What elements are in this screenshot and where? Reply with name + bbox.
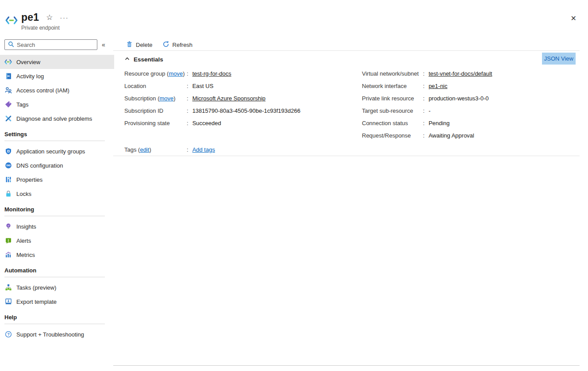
delete-button[interactable]: Delete — [126, 39, 153, 50]
sidebar-item-label: Alerts — [16, 237, 31, 244]
resource-type-subtitle: Private endpoint — [21, 25, 69, 31]
sidebar-item-metrics[interactable]: Metrics — [0, 248, 114, 262]
lock-icon — [4, 190, 12, 197]
metrics-icon — [4, 251, 12, 258]
favorite-star-icon[interactable]: ☆ — [46, 14, 53, 21]
sidebar-section-monitoring: Monitoring — [0, 206, 114, 213]
close-icon[interactable]: ✕ — [571, 14, 576, 23]
essentials-row-tags: Tags (edit) : Add tags — [113, 143, 588, 156]
move-subscription-link[interactable]: move — [159, 95, 173, 102]
subscription-id-value: 13815790-80a3-4505-90be-1c93f193d266 — [192, 107, 300, 114]
sidebar-item-activity-log[interactable]: Activity log — [0, 69, 114, 83]
resource-group-link[interactable]: test-rg-for-docs — [192, 70, 231, 77]
sidebar: « Overview — [0, 39, 114, 371]
essentials-row-subscription-id: Subscription ID : 13815790-80a3-4505-90b… — [124, 104, 362, 117]
sidebar-item-access-control[interactable]: Access control (IAM) — [0, 83, 114, 97]
essentials-row-subscription: Subscription (move) : Microsoft Azure Sp… — [124, 92, 362, 104]
essentials-row-network-interface: Network interface : pe1-nic — [362, 80, 492, 92]
refresh-label: Refresh — [173, 42, 193, 48]
sidebar-item-label: Activity log — [16, 73, 44, 80]
sidebar-item-label: Tasks (preview) — [16, 284, 56, 291]
private-endpoint-logo — [5, 16, 18, 26]
edit-tags-link[interactable]: edit — [140, 146, 149, 153]
move-resource-group-link[interactable]: move — [169, 70, 183, 77]
private-endpoint-icon — [4, 59, 12, 65]
add-tags-link[interactable]: Add tags — [192, 146, 215, 153]
collapse-sidebar-icon[interactable]: « — [102, 41, 105, 48]
location-value: East US — [192, 83, 214, 89]
essentials-row-resource-group: Resource group (move) : test-rg-for-docs — [124, 67, 362, 80]
svg-text:?: ? — [7, 332, 9, 337]
refresh-icon — [162, 41, 169, 49]
essentials-row-private-link-resource: Private link resource : production-westu… — [362, 92, 492, 104]
sidebar-item-overview[interactable]: Overview — [0, 55, 114, 69]
search-icon — [8, 41, 14, 49]
sidebar-item-label: Locks — [16, 191, 31, 197]
sidebar-item-label: Metrics — [16, 252, 35, 258]
search-box[interactable] — [4, 39, 97, 50]
sidebar-item-dns-configuration[interactable]: DNS DNS configuration — [0, 158, 114, 172]
essentials-grid: Resource group (move) : test-rg-for-docs… — [113, 67, 588, 142]
sidebar-item-insights[interactable]: Insights — [0, 219, 114, 233]
sidebar-item-export-template[interactable]: Export template — [0, 295, 114, 309]
sidebar-item-label: Insights — [16, 223, 36, 230]
sidebar-item-properties[interactable]: Properties — [0, 172, 114, 187]
trash-icon — [126, 41, 133, 49]
svg-text:!: ! — [8, 238, 9, 243]
sidebar-section-help: Help — [0, 314, 114, 321]
search-input[interactable] — [17, 42, 94, 48]
refresh-button[interactable]: Refresh — [162, 39, 193, 50]
divider — [113, 365, 580, 366]
sidebar-section-automation: Automation — [0, 267, 114, 274]
activity-log-icon — [4, 73, 12, 80]
sidebar-item-tasks-preview[interactable]: Tasks (preview) — [0, 280, 114, 295]
diagnose-icon — [4, 115, 12, 122]
sidebar-item-support-troubleshooting[interactable]: ? Support + Troubleshooting — [0, 327, 114, 341]
provisioning-state-value: Succeeded — [192, 120, 221, 126]
sidebar-item-label: Access control (IAM) — [16, 87, 69, 94]
properties-icon — [4, 176, 12, 183]
json-view-link[interactable]: JSON View — [542, 53, 576, 65]
vnet-subnet-link[interactable]: test-vnet-for-docs/default — [429, 70, 492, 77]
question-icon: ? — [4, 331, 12, 338]
tasks-icon — [4, 284, 12, 291]
sidebar-item-label: Overview — [16, 59, 40, 65]
lightbulb-icon — [4, 223, 12, 230]
divider — [4, 277, 105, 277]
essentials-header[interactable]: Essentials — [134, 56, 163, 63]
export-template-icon — [4, 298, 12, 305]
sidebar-section-settings: Settings — [0, 131, 114, 138]
sidebar-item-label: Export template — [16, 298, 57, 305]
sidebar-item-locks[interactable]: Locks — [0, 187, 114, 201]
delete-label: Delete — [136, 42, 153, 48]
sidebar-item-application-security-groups[interactable]: Application security groups — [0, 144, 114, 158]
sidebar-item-tags[interactable]: Tags — [0, 97, 114, 111]
dns-icon: DNS — [4, 162, 12, 169]
sidebar-item-label: DNS configuration — [16, 162, 63, 169]
essentials-row-vnet-subnet: Virtual network/subnet : test-vnet-for-d… — [362, 67, 492, 80]
connection-status-value: Pending — [429, 120, 450, 126]
essentials-row-target-sub-resource: Target sub-resource : - — [362, 104, 492, 117]
essentials-row-request-response: Request/Response : Awaiting Approval — [362, 129, 492, 142]
request-response-value: Awaiting Approval — [429, 132, 474, 139]
divider — [4, 141, 105, 141]
sidebar-item-diagnose[interactable]: Diagnose and solve problems — [0, 111, 114, 126]
more-options-icon[interactable]: ··· — [60, 15, 69, 21]
sidebar-item-label: Support + Troubleshooting — [16, 331, 84, 338]
essentials-row-location: Location : East US — [124, 80, 362, 92]
divider — [113, 156, 580, 156]
essentials-row-connection-status: Connection status : Pending — [362, 117, 492, 129]
network-interface-link[interactable]: pe1-nic — [429, 83, 448, 89]
subscription-link[interactable]: Microsoft Azure Sponsorship — [192, 95, 265, 102]
tag-icon — [4, 101, 12, 108]
sidebar-item-alerts[interactable]: ! Alerts — [0, 233, 114, 248]
sidebar-item-label: Application security groups — [16, 148, 85, 155]
access-control-icon — [4, 87, 12, 94]
sidebar-item-label: Diagnose and solve problems — [16, 115, 92, 122]
divider — [4, 216, 105, 216]
svg-text:DNS: DNS — [6, 164, 11, 167]
sidebar-item-label: Tags — [16, 101, 28, 108]
alert-icon: ! — [4, 237, 12, 244]
chevron-up-icon[interactable] — [124, 56, 130, 63]
shield-icon — [4, 148, 12, 155]
